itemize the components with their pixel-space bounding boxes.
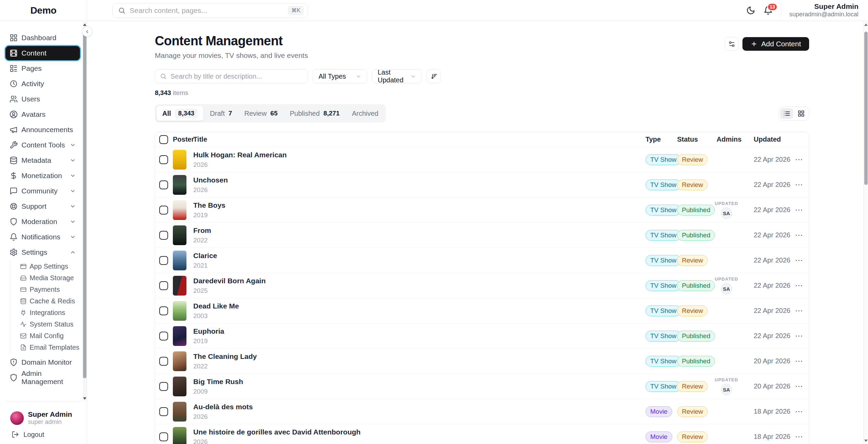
sidebar-item-monetization[interactable]: Monetization (5, 169, 80, 183)
row-actions-button[interactable] (795, 155, 803, 164)
sidebar-item-content[interactable]: Content (5, 46, 80, 60)
row-actions-button[interactable] (795, 407, 803, 416)
sidebar-item-content-tools[interactable]: Content Tools (5, 138, 80, 152)
row-actions-button[interactable] (795, 432, 803, 441)
sidebar-scrollbar[interactable] (83, 22, 87, 401)
table-row[interactable]: Euphoria2019TV ShowPublished22 Apr 2026 (155, 323, 809, 348)
row-actions-button[interactable] (795, 256, 803, 265)
sidebar-item-admin-management[interactable]: Admin Management (5, 370, 80, 385)
scroll-up-arrow-icon[interactable] (864, 23, 868, 26)
row-checkbox[interactable] (159, 432, 168, 441)
global-search-input[interactable] (130, 6, 284, 15)
row-actions-button[interactable] (795, 332, 803, 340)
theme-toggle-button[interactable] (746, 6, 755, 15)
list-view-button[interactable] (780, 108, 793, 119)
row-checkbox[interactable] (159, 306, 168, 315)
table-row[interactable]: The Boys2019TV ShowPublishedUPDATEDSA22 … (155, 197, 809, 222)
status-badge: Published (677, 205, 715, 216)
table-row[interactable]: Daredevil Born Again2025TV ShowPublished… (155, 273, 809, 298)
sidebar-collapse-button[interactable] (82, 27, 92, 37)
table-row[interactable]: Une histoire de gorilles avec David Atte… (155, 424, 809, 444)
sidebar-item-users[interactable]: Users (5, 92, 80, 106)
sidebar-item-support[interactable]: Support (5, 199, 80, 213)
table-row[interactable]: The Cleaning Lady2022TV ShowPublished20 … (155, 348, 809, 374)
sort-direction-button[interactable] (427, 69, 441, 83)
table-row[interactable]: Au-delà des mots2026MovieReview18 Apr 20… (155, 399, 809, 424)
global-search[interactable]: ⌘K (112, 3, 308, 18)
row-actions-button[interactable] (795, 306, 803, 315)
sidebar-user[interactable]: Super Admin super admin (0, 401, 87, 426)
chevron-down-icon (70, 188, 76, 194)
sidebar-subitem-media-storage[interactable]: Media Storage (11, 272, 80, 284)
logout-button[interactable]: Logout (0, 426, 87, 439)
row-actions-button[interactable] (795, 206, 803, 215)
sidebar-item-domain-monitor[interactable]: Domain Monitor (5, 355, 80, 369)
row-title: Une histoire de gorilles avec David Atte… (193, 428, 645, 436)
sidebar-subitem-cache-redis[interactable]: Cache & Redis (11, 295, 80, 307)
row-checkbox[interactable] (159, 256, 168, 265)
sidebar-item-avatars[interactable]: Avatars (5, 107, 80, 122)
row-checkbox[interactable] (159, 281, 168, 290)
table-row[interactable]: From2022TV ShowPublished22 Apr 2026 (155, 222, 809, 248)
page-scrollbar-thumb[interactable] (864, 32, 868, 185)
sidebar-item-dashboard[interactable]: Dashboard (5, 31, 80, 45)
table-row[interactable]: Hulk Hogan: Real American2026TV ShowRevi… (155, 147, 809, 172)
row-actions-button[interactable] (795, 231, 803, 240)
grid-view-button[interactable] (795, 108, 807, 119)
user-menu[interactable]: Super Admin superadmin@admin.local (789, 2, 858, 19)
sidebar-item-pages[interactable]: Pages (5, 61, 80, 76)
row-checkbox[interactable] (159, 231, 168, 240)
scroll-up-arrow-icon[interactable] (83, 23, 86, 26)
table-row[interactable]: Unchosen2026TV ShowReview22 Apr 2026 (155, 172, 809, 197)
sidebar-item-metadata[interactable]: Metadata (5, 153, 80, 168)
content-search-input[interactable] (170, 73, 303, 80)
table-row[interactable]: Big Time Rush2009TV ShowReviewUPDATEDSA2… (155, 374, 809, 399)
type-filter-select[interactable]: All Types (313, 69, 367, 83)
sidebar-subitem-mail-config[interactable]: Mail Config (11, 330, 80, 342)
table-row[interactable]: Clarice2021TV ShowReview22 Apr 2026 (155, 248, 809, 273)
sidebar-subitem-payments[interactable]: Payments (11, 284, 80, 295)
content-search[interactable] (155, 69, 308, 83)
row-checkbox[interactable] (159, 382, 168, 391)
add-content-button[interactable]: Add Content (742, 37, 809, 51)
tab-published[interactable]: Published8,271 (284, 107, 345, 120)
row-checkbox[interactable] (159, 155, 168, 164)
row-actions-button[interactable] (795, 281, 803, 290)
sort-filter-select[interactable]: Last Updated (372, 69, 422, 83)
plus-icon (751, 41, 757, 47)
sidebar-subitem-email-templates[interactable]: Email Templates (11, 342, 80, 353)
sidebar-item-community[interactable]: Community (5, 184, 80, 198)
row-checkbox[interactable] (159, 206, 168, 215)
row-actions-button[interactable] (795, 357, 803, 366)
row-checkbox[interactable] (159, 332, 168, 340)
table-row[interactable]: Dead Like Me2003TV ShowReview22 Apr 2026 (155, 298, 809, 323)
row-actions-button[interactable] (795, 180, 803, 189)
scroll-down-arrow-icon[interactable] (864, 440, 868, 442)
sidebar-item-notifications[interactable]: Notifications (5, 230, 80, 244)
sidebar-item-announcements[interactable]: Announcements (5, 123, 80, 137)
tab-draft[interactable]: Draft7 (204, 107, 238, 120)
scroll-down-arrow-icon[interactable] (83, 397, 86, 400)
tab-archived[interactable]: Archived (346, 107, 384, 120)
tab-all[interactable]: All8,343 (157, 106, 203, 121)
tab-review[interactable]: Review65 (239, 107, 283, 120)
row-checkbox[interactable] (159, 180, 168, 189)
tab-label: Archived (352, 110, 378, 117)
sidebar-user-name: Super Admin (28, 410, 72, 418)
sidebar-subitem-app-settings[interactable]: App Settings (11, 260, 80, 272)
sidebar-item-moderation[interactable]: Moderation (5, 215, 80, 229)
page-scrollbar[interactable] (863, 21, 868, 444)
row-checkbox[interactable] (159, 407, 168, 416)
notifications-button[interactable]: 13 (764, 6, 773, 15)
sidebar-scrollbar-thumb[interactable] (83, 28, 86, 378)
sidebar-subitem-system-status[interactable]: System Status (11, 318, 80, 330)
row-actions-button[interactable] (795, 382, 803, 391)
sidebar-subitem-integrations[interactable]: Integrations (11, 307, 80, 318)
bell-icon (10, 233, 18, 241)
sidebar-item-settings[interactable]: Settings (5, 245, 80, 259)
column-settings-button[interactable] (725, 37, 738, 51)
chevron-down-icon (70, 219, 76, 225)
select-all-checkbox[interactable] (159, 135, 168, 144)
sidebar-item-activity[interactable]: Activity (5, 77, 80, 91)
row-checkbox[interactable] (159, 357, 168, 366)
